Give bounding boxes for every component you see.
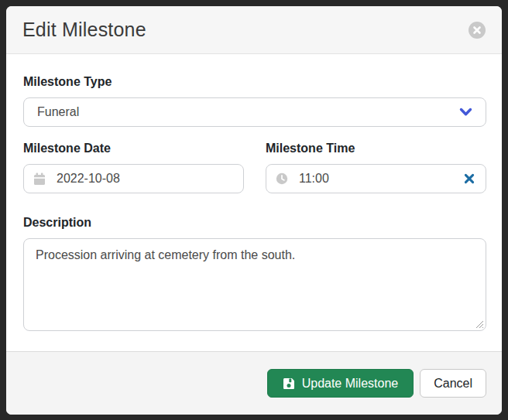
update-milestone-label: Update Milestone (302, 377, 399, 391)
milestone-date-label: Milestone Date (23, 141, 244, 156)
modal-header: Edit Milestone (6, 6, 502, 54)
milestone-date-input[interactable] (57, 172, 234, 186)
edit-milestone-modal: Edit Milestone Milestone Type Funeral Mi… (6, 6, 502, 415)
milestone-time-input[interactable] (299, 172, 451, 186)
milestone-type-value: Funeral (37, 105, 79, 119)
clear-time-button[interactable] (462, 172, 476, 186)
close-button[interactable] (469, 22, 486, 39)
description-textarea[interactable]: Procession arriving at cemetery from the… (23, 238, 486, 331)
milestone-time-label: Milestone Time (266, 141, 486, 156)
cancel-label: Cancel (434, 377, 472, 391)
milestone-type-select[interactable]: Funeral (23, 97, 486, 127)
save-icon (283, 377, 295, 390)
chevron-down-icon (459, 108, 472, 117)
modal-title: Edit Milestone (22, 19, 146, 41)
description-label: Description (23, 215, 486, 230)
close-icon (472, 26, 482, 35)
cancel-button[interactable]: Cancel (420, 369, 486, 398)
modal-footer: Update Milestone Cancel (6, 351, 502, 415)
clock-icon (276, 172, 288, 185)
milestone-date-box (23, 164, 244, 193)
milestone-time-box (266, 164, 486, 193)
calendar-icon (33, 172, 46, 186)
modal-body: Milestone Type Funeral Milestone Date (6, 54, 502, 351)
update-milestone-button[interactable]: Update Milestone (267, 369, 414, 398)
resize-grip-icon[interactable] (475, 320, 484, 329)
clear-x-icon (464, 173, 475, 184)
milestone-type-label: Milestone Type (23, 74, 486, 90)
